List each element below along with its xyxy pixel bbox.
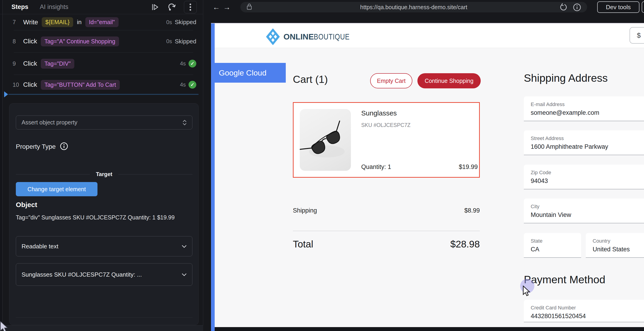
total-label: Total bbox=[293, 239, 313, 250]
info-icon[interactable] bbox=[60, 142, 68, 151]
url-bar[interactable]: https://qa.boutique.harness-demo.site/ca… bbox=[240, 2, 587, 13]
panel-footer bbox=[0, 325, 203, 331]
rerun-icon[interactable] bbox=[167, 2, 177, 12]
divider bbox=[16, 317, 192, 318]
readable-text-value: Readable text bbox=[22, 243, 58, 250]
city-field[interactable]: City Mountain View bbox=[524, 199, 644, 223]
product-name: Sunglasses bbox=[361, 109, 397, 117]
step-number: 9 bbox=[12, 60, 20, 67]
cart-item-card-highlighted[interactable]: Sunglasses SKU #OLJCESPC7Z Quantity: 1 $… bbox=[293, 102, 480, 178]
readable-text-select[interactable]: Readable text bbox=[16, 236, 192, 256]
product-image bbox=[300, 109, 351, 171]
clipped-button-edge bbox=[642, 2, 644, 13]
product-sku: SKU #OLJCESPC7Z bbox=[361, 122, 410, 128]
step-number: 8 bbox=[12, 38, 20, 45]
back-arrow-icon[interactable]: ← bbox=[211, 3, 222, 12]
step-connector: in bbox=[77, 19, 82, 26]
forward-arrow-icon[interactable]: → bbox=[222, 3, 232, 12]
field-label: Street Address bbox=[531, 135, 564, 141]
field-value: Mountain View bbox=[531, 211, 571, 218]
step-action: Click bbox=[23, 38, 37, 45]
click-highlight bbox=[520, 279, 534, 293]
browser-toolbar: ← → https://qa.boutique.harness-demo.sit… bbox=[203, 0, 644, 14]
empty-cart-button[interactable]: Empty Cart bbox=[370, 73, 412, 88]
email-field[interactable]: E-mail Address someone@example.com bbox=[524, 96, 644, 121]
locator-badge: Tag="BUTTON" Add To Cart bbox=[41, 80, 120, 90]
devtools-button[interactable]: Dev tools bbox=[597, 2, 640, 13]
continue-shopping-button[interactable]: Continue Shopping bbox=[418, 73, 481, 88]
total-value: $28.98 bbox=[450, 239, 480, 250]
field-label: Country bbox=[593, 238, 610, 244]
tab-steps[interactable]: Steps bbox=[12, 4, 28, 11]
step-row-7[interactable]: 7 Write ${EMAIL} in Id="email" 0s Skippe… bbox=[0, 14, 203, 30]
panel-header: Steps AI insights bbox=[0, 0, 203, 14]
step-status: Skipped bbox=[175, 19, 196, 26]
expected-value: Sunglasses SKU #OLJCESPC7Z Quantity: ... bbox=[22, 271, 142, 278]
step-action: Write bbox=[23, 19, 38, 26]
country-field[interactable]: Country United States bbox=[586, 233, 644, 258]
site-header: ONLINEBOUTIQUE $ bbox=[215, 24, 644, 48]
step-duration: 4s bbox=[180, 82, 186, 88]
test-steps-panel: Steps AI insights 7 Write ${EMAIL} in Id… bbox=[0, 0, 203, 331]
shipping-value: $8.99 bbox=[464, 207, 480, 214]
expected-value-select[interactable]: Sunglasses SKU #OLJCESPC7Z Quantity: ... bbox=[16, 263, 192, 286]
resume-from-step-icon[interactable] bbox=[150, 2, 160, 12]
state-field[interactable]: State CA bbox=[524, 233, 581, 258]
field-label: City bbox=[531, 204, 540, 210]
step-duration: 0s bbox=[166, 19, 172, 26]
currency-selector[interactable]: $ bbox=[630, 27, 644, 44]
target-divider: Target bbox=[16, 171, 192, 177]
object-heading: Object bbox=[16, 201, 37, 209]
step-row-9[interactable]: 9 Click Tag="DIV" 4s ✓ bbox=[0, 53, 203, 75]
field-value: CA bbox=[531, 246, 540, 253]
cart-title: Cart (1) bbox=[293, 74, 328, 85]
street-address-field[interactable]: Street Address 1600 Amphitheatre Parkway bbox=[524, 130, 644, 155]
playhead-marker-icon[interactable] bbox=[4, 91, 8, 97]
chevron-down-icon bbox=[182, 273, 187, 276]
logo-diamond-icon bbox=[266, 29, 280, 45]
property-type-label: Property Type bbox=[16, 143, 56, 150]
shipping-address-title: Shipping Address bbox=[524, 72, 608, 84]
lock-icon bbox=[246, 3, 252, 11]
url-text: https://qa.boutique.harness-demo.site/ca… bbox=[240, 4, 587, 11]
step-number: 7 bbox=[12, 19, 20, 26]
variable-badge: ${EMAIL} bbox=[42, 17, 74, 27]
target-label: Target bbox=[96, 171, 112, 177]
tab-ai-insights[interactable]: AI insights bbox=[40, 4, 68, 11]
field-value: someone@example.com bbox=[531, 109, 599, 116]
passed-check-icon: ✓ bbox=[188, 81, 196, 89]
assertion-type-value: Assert object property bbox=[22, 119, 77, 126]
credit-card-number-field[interactable]: Credit Card Number 4432801561520454 bbox=[524, 300, 644, 322]
assertion-editor-card: Assert object property Property Type Tar… bbox=[9, 103, 198, 325]
reload-icon[interactable] bbox=[559, 3, 568, 12]
step-row-8[interactable]: 8 Click Tag="A" Continue Shopping 0s Ski… bbox=[0, 30, 203, 52]
online-boutique-logo[interactable]: ONLINEBOUTIQUE bbox=[266, 29, 358, 45]
site-viewport: ONLINEBOUTIQUE $ Google Cloud Cart (1) E… bbox=[211, 23, 644, 331]
step-row-10[interactable]: 10 Click Tag="BUTTON" Add To Cart 4s ✓ bbox=[0, 75, 203, 95]
assertion-type-select[interactable]: Assert object property bbox=[16, 115, 192, 129]
zip-code-field[interactable]: Zip Code 94043 bbox=[524, 165, 644, 189]
playhead-line bbox=[8, 94, 198, 95]
page-info-icon[interactable] bbox=[573, 3, 581, 12]
step-status: Skipped bbox=[175, 38, 196, 45]
locator-badge: Tag="A" Continue Shopping bbox=[41, 37, 119, 46]
step-duration: 4s bbox=[180, 60, 186, 67]
field-value: 4432801561520454 bbox=[531, 313, 586, 320]
kebab-menu-icon[interactable] bbox=[184, 1, 197, 13]
google-cloud-badge: Google Cloud bbox=[211, 63, 286, 83]
currency-symbol: $ bbox=[637, 32, 641, 39]
locator-badge: Id="email" bbox=[85, 17, 118, 27]
payment-method-title: Payment Method bbox=[524, 273, 605, 286]
step-duration: 0s bbox=[166, 38, 172, 45]
brand-bold: ONLINE bbox=[284, 32, 314, 41]
object-description: Tag="div" Sunglasses SKU #OLJCESPC7Z Qua… bbox=[16, 213, 183, 222]
field-value: 1600 Amphitheatre Parkway bbox=[531, 143, 608, 150]
step-number: 10 bbox=[12, 82, 20, 88]
product-price: $19.99 bbox=[459, 163, 478, 171]
passed-check-icon: ✓ bbox=[188, 60, 196, 68]
divider bbox=[293, 231, 480, 231]
step-action: Click bbox=[23, 60, 37, 67]
field-value: 94043 bbox=[531, 177, 548, 185]
product-quantity: Quantity: 1 bbox=[361, 163, 391, 171]
change-target-button[interactable]: Change target element bbox=[16, 182, 98, 196]
